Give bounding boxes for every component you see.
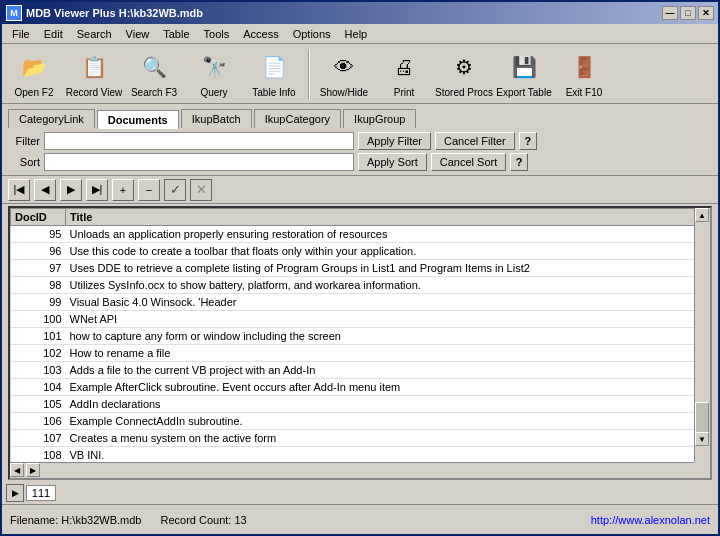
table-row[interactable]: 103Adds a file to the current VB project…	[11, 362, 710, 379]
toolbar-tool-table-info[interactable]: 📄 Table Info	[248, 49, 300, 98]
search-f3-label: Search F3	[131, 87, 177, 98]
toolbar-tool-show-hide[interactable]: 👁 Show/Hide	[318, 49, 370, 98]
menu-item-access[interactable]: Access	[237, 26, 284, 42]
toolbar-tool-exit[interactable]: 🚪 Exit F10	[558, 49, 610, 98]
table-scroll[interactable]: DocID Title 95Unloads an application pro…	[10, 208, 710, 478]
toolbar-tool-query[interactable]: 🔭 Query	[188, 49, 240, 98]
window-title: MDB Viewer Plus H:\kb32WB.mdb	[26, 7, 203, 19]
menu-item-edit[interactable]: Edit	[38, 26, 69, 42]
scroll-left-arrow[interactable]: ◀	[10, 463, 24, 477]
scroll-up-arrow[interactable]: ▲	[695, 208, 709, 222]
menu-item-tools[interactable]: Tools	[198, 26, 236, 42]
table-section: DocID Title 95Unloads an application pro…	[2, 204, 718, 482]
prev-record-button[interactable]: ◀	[34, 179, 56, 201]
stored-procs-icon: ⚙	[446, 49, 482, 85]
table-row[interactable]: 100WNet API	[11, 311, 710, 328]
menu-item-view[interactable]: View	[120, 26, 156, 42]
toolbar-tool-record-view[interactable]: 📋 Record View	[68, 49, 120, 98]
website-link[interactable]: http://www.alexnolan.net	[591, 514, 710, 526]
record-count-label: Record Count: 13	[161, 514, 247, 526]
table-row[interactable]: 104Example AfterClick subroutine. Event …	[11, 379, 710, 396]
apply-filter-button[interactable]: Apply Filter	[358, 132, 431, 150]
table-row[interactable]: 98Utilizes SysInfo.ocx to show battery, …	[11, 277, 710, 294]
scroll-down-arrow[interactable]: ▼	[695, 432, 709, 446]
toolbar-tool-search-f3[interactable]: 🔍 Search F3	[128, 49, 180, 98]
table-row[interactable]: 106Example ConnectAddIn subroutine.	[11, 413, 710, 430]
cell-title: WNet API	[66, 311, 710, 328]
current-row-number: 111	[26, 485, 56, 501]
toolbar-tool-export-table[interactable]: 💾 Export Table	[498, 49, 550, 98]
cell-title: AddIn declarations	[66, 396, 710, 413]
cancel-filter-button[interactable]: Cancel Filter	[435, 132, 515, 150]
title-bar-controls: — □ ✕	[662, 6, 714, 20]
menu-item-search[interactable]: Search	[71, 26, 118, 42]
scrollbar-vertical[interactable]: ▲ ▼	[694, 208, 710, 462]
menu-item-table[interactable]: Table	[157, 26, 195, 42]
table-row[interactable]: 96Use this code to create a toolbar that…	[11, 243, 710, 260]
print-icon: 🖨	[386, 49, 422, 85]
cell-docid: 101	[11, 328, 66, 345]
exit-icon: 🚪	[566, 49, 602, 85]
table-row[interactable]: 95Unloads an application properly ensuri…	[11, 226, 710, 243]
sort-input[interactable]	[44, 153, 354, 171]
record-view-label: Record View	[66, 87, 123, 98]
confirm-button[interactable]: ✓	[164, 179, 186, 201]
toolbar-tool-open[interactable]: 📂 Open F2	[8, 49, 60, 98]
export-table-icon: 💾	[506, 49, 542, 85]
table-row[interactable]: 108VB INI.	[11, 447, 710, 464]
table-row[interactable]: 105AddIn declarations	[11, 396, 710, 413]
table-row[interactable]: 99Visual Basic 4.0 Winsock. 'Header	[11, 294, 710, 311]
menu-item-help[interactable]: Help	[339, 26, 374, 42]
query-icon: 🔭	[196, 49, 232, 85]
tab-documents[interactable]: Documents	[97, 110, 179, 129]
scroll-right-arrow[interactable]: ▶	[26, 463, 40, 477]
add-record-button[interactable]: +	[112, 179, 134, 201]
open-label: Open F2	[15, 87, 54, 98]
status-bar: Filename: H:\kb32WB.mdb Record Count: 13…	[2, 504, 718, 534]
toolbar-tool-stored-procs[interactable]: ⚙ Stored Procs	[438, 49, 490, 98]
row-indicator-arrow: ▶	[6, 484, 24, 502]
table-row[interactable]: 102How to rename a file	[11, 345, 710, 362]
delete-record-button[interactable]: −	[138, 179, 160, 201]
cancel-sort-button[interactable]: Cancel Sort	[431, 153, 506, 171]
apply-sort-button[interactable]: Apply Sort	[358, 153, 427, 171]
toolbar-tool-print[interactable]: 🖨 Print	[378, 49, 430, 98]
minimize-button[interactable]: —	[662, 6, 678, 20]
scrollbar-corner	[694, 462, 710, 478]
first-record-button[interactable]: |◀	[8, 179, 30, 201]
tab-category-link[interactable]: CategoryLink	[8, 109, 95, 128]
scrollbar-horizontal[interactable]: ◀ ▶	[10, 462, 694, 478]
record-view-icon: 📋	[76, 49, 112, 85]
nav-bar: |◀ ◀ ▶ ▶| + − ✓ ✕	[2, 176, 718, 204]
maximize-button[interactable]: □	[680, 6, 696, 20]
tab-ikup-category[interactable]: IkupCategory	[254, 109, 341, 128]
close-button[interactable]: ✕	[698, 6, 714, 20]
table-row[interactable]: 107Creates a menu system on the active f…	[11, 430, 710, 447]
title-bar: M MDB Viewer Plus H:\kb32WB.mdb — □ ✕	[2, 2, 718, 24]
table-info-label: Table Info	[252, 87, 295, 98]
table-row[interactable]: 101how to capture any form or window inc…	[11, 328, 710, 345]
open-icon: 📂	[16, 49, 52, 85]
cell-docid: 95	[11, 226, 66, 243]
tab-ikup-batch[interactable]: IkupBatch	[181, 109, 252, 128]
col-header-title[interactable]: Title	[66, 209, 710, 226]
cell-title: Unloads an application properly ensuring…	[66, 226, 710, 243]
menu-item-file[interactable]: File	[6, 26, 36, 42]
filter-input[interactable]	[44, 132, 354, 150]
cell-title: Creates a menu system on the active form	[66, 430, 710, 447]
next-record-button[interactable]: ▶	[60, 179, 82, 201]
cell-docid: 99	[11, 294, 66, 311]
cell-title: How to rename a file	[66, 345, 710, 362]
last-record-button[interactable]: ▶|	[86, 179, 108, 201]
cell-docid: 103	[11, 362, 66, 379]
menu-item-options[interactable]: Options	[287, 26, 337, 42]
cancel-button[interactable]: ✕	[190, 179, 212, 201]
tab-ikup-group[interactable]: IkupGroup	[343, 109, 416, 128]
tab-row: CategoryLinkDocumentsIkupBatchIkupCatego…	[2, 104, 718, 128]
table-row[interactable]: 97Uses DDE to retrieve a complete listin…	[11, 260, 710, 277]
filter-help-button[interactable]: ?	[519, 132, 537, 150]
exit-label: Exit F10	[566, 87, 603, 98]
col-header-docid[interactable]: DocID	[11, 209, 66, 226]
sort-help-button[interactable]: ?	[510, 153, 528, 171]
cell-title: Adds a file to the current VB project wi…	[66, 362, 710, 379]
